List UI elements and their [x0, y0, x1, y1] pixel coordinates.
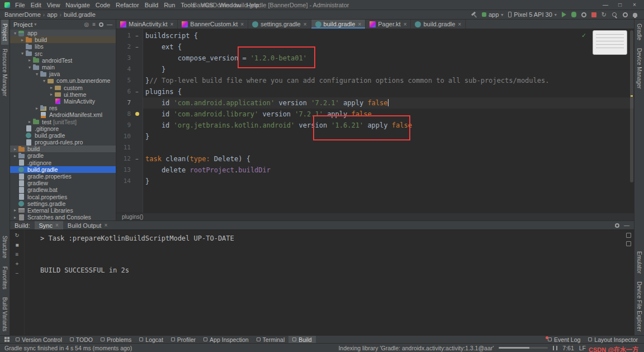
tree-item-build[interactable]: ▸build [10, 36, 116, 43]
code-text[interactable]: compose_version = '1.2.0-beta01' [143, 53, 634, 64]
tool-window-button-problems[interactable]: Problems [97, 336, 135, 343]
editor-tab-mainactivity-kt[interactable]: MainActivity.kt× [116, 20, 178, 29]
menu-file[interactable]: File [12, 2, 28, 8]
stripe-tab-favorites[interactable]: Favorites [1, 262, 8, 293]
menu-view[interactable]: View [44, 2, 63, 8]
tree-item-proguard-rules-pro[interactable]: proguard-rules.pro [10, 139, 116, 146]
editor-tab-build-gradle[interactable]: build.gradle× [311, 20, 366, 29]
close-tab-icon[interactable]: × [358, 21, 361, 27]
tree-item-res[interactable]: ▸res [10, 105, 116, 111]
tree-item-androidmanifest-xml[interactable]: AndroidManifest.xml [10, 111, 116, 118]
tool-window-button-layout-inspector[interactable]: Layout Inspector [584, 336, 642, 343]
scrollbar-thumb[interactable] [630, 30, 633, 182]
scroll-to-end-icon[interactable] [626, 241, 631, 246]
stripe-tab-device-manager[interactable]: Device Manager [636, 44, 643, 93]
fold-marker-icon[interactable]: − [133, 41, 141, 53]
inspections-ok-icon[interactable]: ✓ [582, 31, 586, 39]
fold-marker-icon[interactable]: − [133, 86, 141, 97]
debug-button[interactable] [571, 12, 576, 17]
code-text[interactable]: ext { [143, 41, 634, 53]
tree-open-arrow-icon[interactable]: ▾ [20, 51, 25, 56]
profiler-button[interactable] [581, 12, 586, 17]
code-text[interactable]: id 'com.android.application' version '7.… [143, 97, 634, 109]
breadcrumb-app[interactable]: app [47, 11, 57, 18]
stop-build-icon[interactable]: ■ [15, 242, 18, 248]
code-text[interactable]: plugins { [143, 86, 634, 97]
tree-item-build-gradle[interactable]: build.gradle [10, 132, 116, 139]
code-text[interactable]: buildscript { [143, 30, 634, 41]
menu-refactor[interactable]: Refactor [113, 2, 142, 8]
tree-item-scratches-and-consoles[interactable]: ▸Scratches and Consoles [10, 214, 116, 220]
code-text[interactable]: } [143, 64, 634, 75]
collapse-all-icon[interactable]: − [16, 271, 19, 276]
fold-marker-icon[interactable]: − [133, 30, 141, 41]
menu-navigate[interactable]: Navigate [63, 2, 92, 8]
build-tab-sync[interactable]: Sync× [35, 221, 63, 229]
tree-item-mainactivity[interactable]: MainActivity [10, 98, 116, 105]
fold-marker-icon[interactable]: − [133, 153, 141, 165]
stripe-tab-project[interactable]: Project [1, 20, 8, 45]
tree-open-arrow-icon[interactable]: ▾ [12, 31, 18, 36]
code-text[interactable]: delete rootProject.buildDir [143, 165, 634, 176]
build-hammer-icon[interactable] [471, 12, 477, 18]
close-button[interactable]: × [627, 2, 642, 8]
collapse-all-icon[interactable]: ≡ [92, 22, 96, 27]
close-tab-icon[interactable]: × [304, 21, 307, 27]
close-tab-icon[interactable]: × [55, 222, 59, 228]
tool-window-button-terminal[interactable]: Terminal [253, 336, 289, 343]
fold-marker-icon[interactable] [133, 109, 141, 120]
tree-item-app[interactable]: ▾app [10, 30, 116, 36]
stripe-tab-device-file-explorer[interactable]: Device File Explorer [636, 278, 643, 335]
stripe-tab-build-variants[interactable]: Build Variants [1, 293, 8, 335]
stripe-tab-structure[interactable]: Structure [1, 232, 8, 262]
tree-item-build-gradle[interactable]: build.gradle [10, 166, 116, 173]
editor-breadcrumb[interactable]: plugins() [116, 213, 634, 220]
tool-window-button-app-inspection[interactable]: App Inspection [200, 336, 252, 343]
hide-panel-icon[interactable]: — [624, 223, 629, 228]
tree-closed-arrow-icon[interactable]: ▸ [12, 153, 18, 158]
settings-gear-icon[interactable] [623, 12, 628, 17]
tree-closed-arrow-icon[interactable]: ▸ [12, 208, 18, 213]
sync-project-icon[interactable]: ↻ [602, 12, 607, 18]
tool-window-button-logcat[interactable]: Logcat [135, 336, 167, 343]
tool-window-button-event-log[interactable]: Event Log [544, 336, 584, 343]
tree-item-src[interactable]: ▾src [10, 50, 116, 57]
run-button[interactable] [562, 12, 566, 17]
tree-open-arrow-icon[interactable]: ▾ [34, 72, 40, 77]
maximize-button[interactable]: □ [613, 2, 627, 8]
tool-window-button-build[interactable]: Build [288, 336, 315, 343]
tree-item-test[interactable]: ▸test [unitTest] [10, 118, 116, 125]
caret-position[interactable]: 7:61 [562, 345, 574, 351]
editor-tab-pager-kt[interactable]: Pager.kt× [366, 20, 411, 29]
code-area[interactable]: 1−buildscript {2− ext {3 compose_version… [116, 29, 634, 213]
tree-item-custom[interactable]: ▸custom [10, 85, 116, 91]
tree-item-java[interactable]: ▾java [10, 71, 116, 77]
tree-open-arrow-icon[interactable]: ▾ [41, 78, 47, 83]
menu-run[interactable]: Run [161, 2, 178, 8]
intention-bulb-icon[interactable] [135, 112, 139, 116]
menu-code[interactable]: Code [93, 2, 113, 8]
tree-item-gitignore[interactable]: .gitignore [10, 159, 116, 166]
code-text[interactable]: }// Top-level build file where you can a… [143, 75, 634, 86]
tree-closed-arrow-icon[interactable]: ▸ [12, 147, 18, 152]
editor-scrollbar[interactable] [629, 29, 634, 213]
code-text[interactable]: } [143, 176, 634, 187]
tree-closed-arrow-icon[interactable]: ▸ [34, 106, 40, 111]
tool-window-button-profiler[interactable]: Profiler [167, 336, 200, 343]
tree-item-external-libraries[interactable]: ▸External Libraries [10, 207, 116, 214]
filter-icon[interactable]: ≡ [16, 252, 19, 257]
editor-tab-bannercustom-kt[interactable]: BannerCustom.kt× [178, 20, 248, 29]
tree-item-libs[interactable]: libs [10, 43, 116, 50]
close-tab-icon[interactable]: × [404, 21, 407, 27]
search-everywhere-icon[interactable] [612, 12, 618, 18]
editor-tab-build-gradle[interactable]: build.gradle× [411, 20, 466, 29]
code-text[interactable]: task clean(type: Delete) { [143, 153, 634, 165]
stripe-tab-resource-manager[interactable]: Resource Manager [1, 45, 8, 100]
tree-closed-arrow-icon[interactable]: ▸ [20, 37, 25, 43]
tree-item-gradle[interactable]: ▸gradle [10, 152, 116, 159]
close-tab-icon[interactable]: × [240, 21, 244, 27]
tree-closed-arrow-icon[interactable]: ▸ [12, 215, 18, 220]
settings-gear-icon[interactable] [99, 22, 103, 27]
tree-item-androidtest[interactable]: ▸androidTest [10, 57, 116, 64]
minimize-button[interactable]: — [598, 2, 613, 8]
